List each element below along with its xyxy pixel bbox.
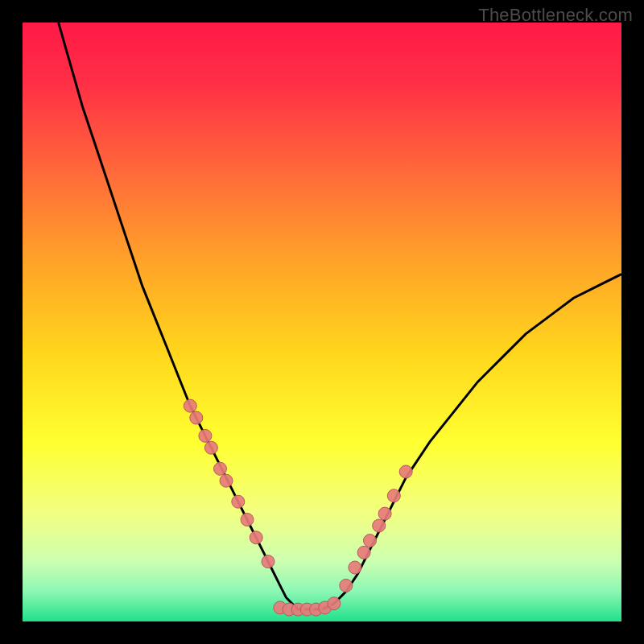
marker-left-cluster [184,399,196,412]
marker-right-cluster [373,519,386,532]
marker-right-cluster [357,546,370,559]
marker-left-cluster [220,474,233,487]
marker-left-cluster [190,411,203,424]
marker-left-cluster [204,441,217,454]
gradient-background [23,23,621,621]
marker-right-cluster [349,561,361,574]
marker-right-cluster [399,465,412,478]
marker-left-cluster [241,514,254,526]
marker-left-cluster [199,429,212,442]
plot-area [23,23,621,621]
marker-right-cluster [364,535,377,547]
chart-svg [23,23,621,621]
marker-left-cluster [250,531,262,544]
marker-left-cluster [262,555,275,568]
marker-left-cluster [214,462,227,475]
marker-right-cluster [340,579,353,592]
marker-left-cluster [232,495,245,508]
marker-right-cluster [387,489,400,502]
marker-right-cluster [378,507,391,520]
marker-bottom-cluster [328,597,341,610]
outer-frame: TheBottleneck.com [0,0,644,644]
